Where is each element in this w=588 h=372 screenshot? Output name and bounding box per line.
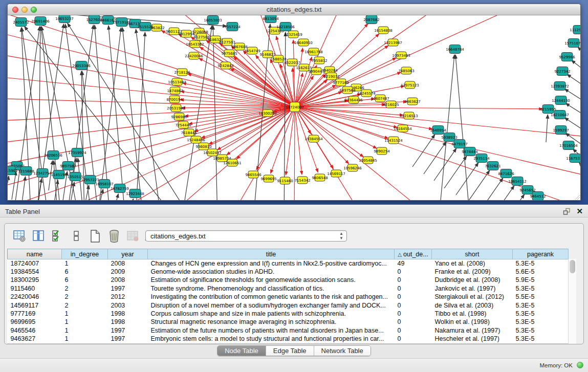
graph-edge[interactable]: [546, 115, 548, 142]
graph-edge[interactable]: [8, 30, 295, 107]
graph-edge[interactable]: [68, 23, 192, 201]
column-header-short[interactable]: short: [432, 249, 513, 259]
graph-edge[interactable]: [37, 179, 41, 201]
graph-edge[interactable]: [209, 107, 295, 144]
column-header-year[interactable]: year: [108, 249, 148, 259]
float-panel-icon[interactable]: [563, 208, 571, 215]
graph-edge[interactable]: [502, 194, 525, 201]
graph-edge[interactable]: [54, 161, 57, 201]
table-cell: Dudbridge et al. (2008): [432, 276, 513, 284]
graph-node-label: 2867608: [231, 45, 247, 49]
graph-edge[interactable]: [294, 107, 295, 201]
table-row[interactable]: 946362711997Embryonic stem cells: a mode…: [8, 335, 569, 343]
tab-network-table[interactable]: Network Table: [314, 346, 371, 356]
tab-node-table[interactable]: Node Table: [217, 346, 266, 356]
graph-edge[interactable]: [286, 107, 295, 175]
graph-edge[interactable]: [295, 107, 363, 157]
table-cell: 5.5E-5: [513, 293, 569, 301]
graph-edge[interactable]: [8, 176, 9, 201]
graph-edge[interactable]: [424, 142, 446, 174]
graph-node-label: 7940284: [321, 69, 338, 73]
graph-node-label: 2935114: [473, 157, 490, 161]
table-cell: Tourette syndrome. Phenomenology and cla…: [148, 285, 395, 293]
network-graph[interactable]: 1872400715226058912750881863289127503165…: [8, 15, 581, 201]
graph-edge[interactable]: [295, 107, 581, 179]
table-cell: 0: [395, 285, 432, 293]
table-cell: Stergiakouli et al. (2012): [432, 293, 513, 301]
graph-node-label: 16958107: [95, 182, 114, 186]
row-height-icon[interactable]: [69, 229, 83, 243]
graph-edge[interactable]: [22, 177, 26, 201]
table-cell: 1: [62, 318, 108, 326]
resize-grip-icon[interactable]: [574, 194, 580, 200]
table-cell: 18724007: [8, 259, 62, 268]
graph-edge[interactable]: [114, 194, 118, 201]
graph-edge[interactable]: [455, 55, 469, 201]
network-window-titlebar[interactable]: citations_edges.txt: [8, 4, 580, 15]
status-bar: Memory: OK: [0, 358, 588, 372]
column-header-title[interactable]: title: [148, 249, 395, 259]
table-source-value: citations_edges.txt: [150, 232, 206, 240]
column-header-indegree[interactable]: in_degree: [62, 249, 108, 259]
panel-splitter[interactable]: [0, 201, 588, 205]
table-row[interactable]: 1872400712008Changes of HCN gene express…: [8, 259, 569, 268]
graph-edge[interactable]: [295, 107, 542, 109]
table-row[interactable]: 969969511998Structural magnetic resonanc…: [8, 318, 569, 326]
graph-edge[interactable]: [199, 58, 295, 107]
graph-edge[interactable]: [481, 178, 503, 201]
graph-edge[interactable]: [108, 26, 125, 201]
dropdown-stepper-icon[interactable]: ▲▼: [339, 231, 343, 240]
table-cell: 1998: [108, 318, 148, 326]
table-settings-icon[interactable]: [12, 229, 26, 243]
graph-node-label: 1215688: [18, 169, 34, 173]
table-cell: 0: [395, 276, 432, 284]
graph-node-label: 9890254: [374, 149, 390, 154]
show-columns-icon[interactable]: [31, 229, 45, 243]
graph-node-label: 2087682: [363, 18, 379, 22]
table-cell: 0: [395, 293, 432, 301]
graph-edge[interactable]: [295, 107, 403, 115]
select-columns-icon[interactable]: [50, 229, 64, 243]
memory-status-label: Memory: OK: [539, 362, 573, 368]
table-scrollbar-thumb[interactable]: [570, 260, 575, 273]
graph-node-label: 7254446: [175, 123, 191, 127]
column-header-pagerank[interactable]: pagerank: [513, 249, 569, 259]
table-scrollbar[interactable]: [568, 259, 576, 344]
graph-edge[interactable]: [492, 186, 514, 201]
graph-edge[interactable]: [572, 60, 581, 83]
close-panel-icon[interactable]: ✕: [576, 207, 583, 216]
graph-node-label: 5975685: [221, 52, 237, 56]
table-cell: 1: [62, 259, 108, 268]
table-cell: 2008: [108, 259, 148, 268]
graph-node-label: 10596246: [343, 166, 362, 170]
table-row[interactable]: 1456911722003Disruption of a novel membe…: [8, 301, 569, 309]
table-tabs-bar: Node TableEdge TableNetwork Table: [0, 345, 588, 357]
table-source-dropdown[interactable]: citations_edges.txt ▲▼: [145, 230, 347, 242]
network-canvas[interactable]: 1872400715226058912750881863289127503165…: [8, 15, 581, 201]
table-cell: 0: [395, 318, 432, 326]
column-header-outde[interactable]: △out_de...: [395, 249, 432, 259]
table-row[interactable]: 977716911998Corpus callosum shape and si…: [8, 310, 569, 318]
graph-edge[interactable]: [295, 107, 349, 164]
graph-edge[interactable]: [579, 162, 581, 187]
graph-edge[interactable]: [12, 171, 16, 200]
table-row[interactable]: 1938455462009Genome-wide association stu…: [8, 268, 569, 276]
column-header-name[interactable]: name: [8, 249, 62, 259]
graph-edge[interactable]: [136, 29, 161, 201]
table-row[interactable]: 2242004622012Investigating the contribut…: [8, 293, 569, 301]
graph-edge[interactable]: [8, 76, 295, 107]
table-row[interactable]: 1830029562008Estimation of significance …: [8, 276, 569, 284]
table-row[interactable]: 946554611997Estimation of the future num…: [8, 326, 569, 335]
graph-node-label: 15248406: [187, 138, 205, 142]
new-table-icon[interactable]: [88, 229, 102, 243]
graph-edge[interactable]: [295, 15, 519, 107]
table-cell: Tibbo et al. (1998): [432, 310, 513, 318]
delete-table-icon[interactable]: [107, 229, 121, 243]
graph-node-label: 9242844: [217, 64, 234, 68]
tab-edge-table[interactable]: Edge Table: [266, 346, 314, 356]
graph-edge[interactable]: [412, 135, 435, 167]
graph-edge[interactable]: [467, 170, 490, 201]
network-window[interactable]: citations_edges.txt 18724007152260589127…: [7, 4, 581, 201]
table-row[interactable]: 911546021997Tourette syndrome. Phenomeno…: [8, 285, 569, 293]
graph-edge[interactable]: [567, 74, 581, 98]
